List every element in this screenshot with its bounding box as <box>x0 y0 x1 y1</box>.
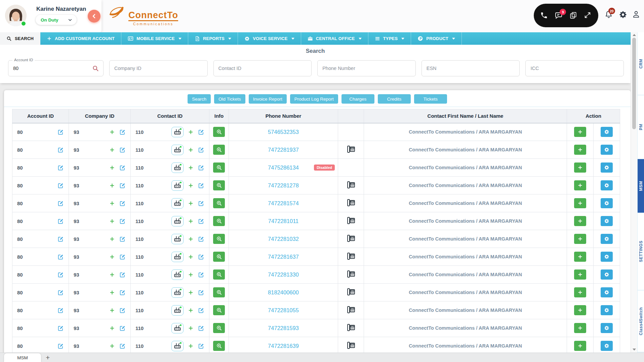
add-contact-icon[interactable] <box>188 236 194 242</box>
scroll-up-arrow-icon[interactable] <box>633 34 636 36</box>
edit-company-icon[interactable] <box>119 254 126 260</box>
edit-account-icon[interactable] <box>57 165 64 171</box>
company-id-input[interactable] <box>110 61 207 76</box>
settings-action-button[interactable] <box>601 180 613 190</box>
router-device-icon[interactable] <box>171 234 184 244</box>
phone-number-link[interactable]: 5746532353 <box>268 129 299 135</box>
edit-company-icon[interactable] <box>119 147 126 153</box>
info-zoom-button[interactable] <box>213 305 225 315</box>
info-zoom-button[interactable] <box>213 234 225 244</box>
router-device-icon[interactable] <box>171 145 184 155</box>
expand-icon[interactable] <box>584 11 592 20</box>
edit-contact-icon[interactable] <box>198 129 204 135</box>
phone-number-link[interactable]: 7472281574 <box>268 200 299 206</box>
edit-contact-icon[interactable] <box>198 325 204 331</box>
esn-input[interactable] <box>422 61 520 76</box>
settings-action-button[interactable] <box>601 341 613 351</box>
settings-action-button[interactable] <box>601 323 613 333</box>
add-contact-icon[interactable] <box>188 129 194 135</box>
edit-contact-icon[interactable] <box>198 272 204 278</box>
duty-status-dropdown[interactable]: On Duty <box>36 15 77 25</box>
add-action-button[interactable] <box>574 269 586 280</box>
settings-action-button[interactable] <box>601 216 613 226</box>
add-action-button[interactable] <box>574 145 586 155</box>
phone-number-input[interactable] <box>318 61 415 76</box>
field-search-icon[interactable] <box>92 65 99 72</box>
scrollbar-thumb[interactable] <box>632 38 636 129</box>
nav-tab-product[interactable]: PRODUCT <box>411 32 462 45</box>
phone-number-link[interactable]: 7472281032 <box>268 236 299 242</box>
edit-company-icon[interactable] <box>119 289 126 296</box>
edit-company-icon[interactable] <box>119 343 126 349</box>
add-action-button[interactable] <box>574 216 586 226</box>
add-contact-icon[interactable] <box>188 165 194 171</box>
edit-contact-icon[interactable] <box>198 289 204 296</box>
router-device-icon[interactable] <box>171 341 184 351</box>
settings-gear-icon[interactable] <box>619 10 628 19</box>
edit-contact-icon[interactable] <box>198 254 204 260</box>
router-device-icon[interactable] <box>171 287 184 298</box>
nav-tab-voice-service[interactable]: VOICE SERVICE <box>238 32 301 45</box>
edit-contact-icon[interactable] <box>198 200 204 207</box>
router-device-icon[interactable] <box>171 216 184 226</box>
edit-account-icon[interactable] <box>57 236 64 242</box>
add-action-button[interactable] <box>574 180 586 190</box>
add-contact-icon[interactable] <box>188 272 194 278</box>
edit-company-icon[interactable] <box>119 325 126 331</box>
settings-action-button[interactable] <box>601 145 613 155</box>
charges-button[interactable]: Charges <box>341 94 374 104</box>
edit-account-icon[interactable] <box>57 272 64 278</box>
add-action-button[interactable] <box>574 287 586 297</box>
add-company-icon[interactable] <box>109 165 115 171</box>
edit-account-icon[interactable] <box>57 307 64 314</box>
edit-contact-icon[interactable] <box>198 307 204 314</box>
info-zoom-button[interactable] <box>213 162 225 173</box>
profile-person-icon[interactable] <box>632 10 641 19</box>
add-contact-icon[interactable] <box>188 290 194 295</box>
phone-number-link[interactable]: 7472281011 <box>268 218 299 224</box>
add-company-icon[interactable] <box>109 218 115 224</box>
add-company-icon[interactable] <box>109 201 115 206</box>
info-zoom-button[interactable] <box>213 252 225 262</box>
taskbar-add-tab-button[interactable]: + <box>46 353 50 362</box>
info-zoom-button[interactable] <box>213 216 225 226</box>
settings-action-button[interactable] <box>601 162 613 173</box>
add-company-icon[interactable] <box>109 272 115 278</box>
vertical-scrollbar[interactable] <box>631 32 637 353</box>
add-company-icon[interactable] <box>109 325 115 331</box>
invoice-report-button[interactable]: Invoice Report <box>249 94 287 104</box>
add-action-button[interactable] <box>574 234 586 244</box>
add-action-button[interactable] <box>574 252 586 262</box>
side-tab-pm[interactable]: PM <box>638 95 644 159</box>
taskbar-tab-msm[interactable]: MSM <box>4 353 41 362</box>
edit-company-icon[interactable] <box>119 182 126 189</box>
edit-account-icon[interactable] <box>57 325 64 331</box>
nav-tab-reports[interactable]: REPORTS <box>188 32 238 45</box>
add-company-icon[interactable] <box>109 147 115 153</box>
old-tickets-button[interactable]: Old Tickets <box>214 94 245 104</box>
copy-windows-icon[interactable] <box>569 11 577 20</box>
info-zoom-button[interactable] <box>213 269 225 280</box>
add-action-button[interactable] <box>574 127 586 137</box>
settings-action-button[interactable] <box>601 287 613 297</box>
phone-number-link[interactable]: 7472281055 <box>268 307 299 313</box>
edit-account-icon[interactable] <box>57 182 64 189</box>
add-contact-icon[interactable] <box>188 325 194 331</box>
add-action-button[interactable] <box>574 323 586 333</box>
edit-company-icon[interactable] <box>119 165 126 171</box>
phone-call-icon[interactable] <box>540 11 548 20</box>
settings-action-button[interactable] <box>601 252 613 262</box>
add-action-button[interactable] <box>574 305 586 315</box>
tickets-button[interactable]: Tickets <box>414 94 447 104</box>
edit-account-icon[interactable] <box>57 254 64 260</box>
add-company-icon[interactable] <box>109 183 115 188</box>
router-device-icon[interactable] <box>171 180 184 191</box>
info-zoom-button[interactable] <box>213 323 225 333</box>
credits-button[interactable]: Credits <box>378 94 411 104</box>
phone-number-link[interactable]: 7472281278 <box>268 182 299 188</box>
chat-icon[interactable]: 9 <box>555 11 563 20</box>
edit-contact-icon[interactable] <box>198 343 204 349</box>
edit-company-icon[interactable] <box>119 307 126 314</box>
edit-account-icon[interactable] <box>57 218 64 224</box>
nav-tab-search[interactable]: SEARCH <box>0 32 40 45</box>
